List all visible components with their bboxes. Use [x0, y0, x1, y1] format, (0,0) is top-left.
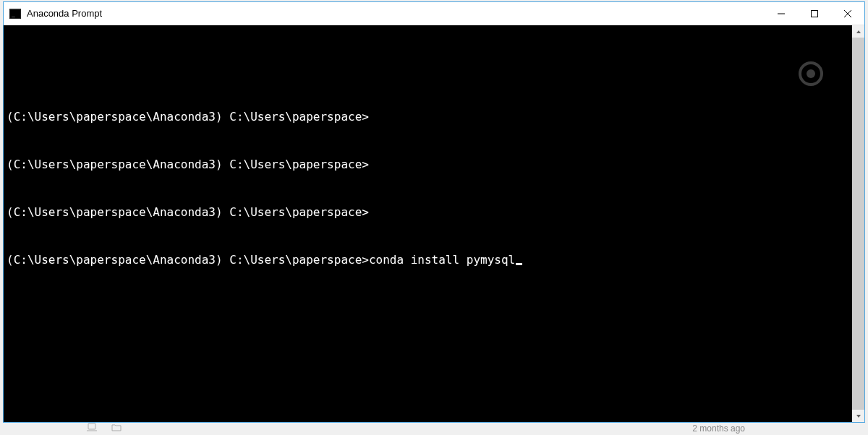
close-button[interactable] — [831, 2, 864, 25]
background-icons — [87, 423, 122, 434]
terminal-blank — [7, 57, 852, 77]
window-frame: _ Anaconda Prompt (C:\Users\paperspace\A… — [3, 1, 865, 423]
svg-marker-8 — [856, 415, 861, 418]
background-text: 2 months ago — [692, 423, 745, 434]
prompt-text: (C:\Users\paperspace\Anaconda3) C:\Users… — [7, 205, 369, 219]
prompt-text: (C:\Users\paperspace\Anaconda3) C:\Users… — [7, 253, 369, 267]
folder-icon — [111, 423, 122, 434]
vertical-scrollbar[interactable] — [852, 25, 864, 422]
terminal-line: (C:\Users\paperspace\Anaconda3) C:\Users… — [7, 157, 852, 173]
scroll-down-button[interactable] — [852, 410, 864, 422]
scroll-up-button[interactable] — [852, 25, 864, 38]
terminal-line: (C:\Users\paperspace\Anaconda3) C:\Users… — [7, 109, 852, 125]
scroll-thumb[interactable] — [852, 38, 864, 410]
svg-marker-7 — [856, 30, 861, 33]
prompt-text: (C:\Users\paperspace\Anaconda3) C:\Users… — [7, 158, 369, 171]
terminal-line: (C:\Users\paperspace\Anaconda3) C:\Users… — [7, 252, 852, 268]
client-area: (C:\Users\paperspace\Anaconda3) C:\Users… — [4, 25, 864, 422]
app-icon: _ — [9, 9, 21, 19]
titlebar[interactable]: _ Anaconda Prompt — [4, 2, 864, 25]
window-title: Anaconda Prompt — [27, 8, 765, 19]
prompt-text: (C:\Users\paperspace\Anaconda3) C:\Users… — [7, 110, 369, 124]
window-controls — [765, 2, 864, 25]
input-text: conda install pymysql — [369, 253, 515, 267]
svg-rect-4 — [812, 10, 818, 17]
maximize-button[interactable] — [798, 2, 831, 25]
terminal-line: (C:\Users\paperspace\Anaconda3) C:\Users… — [7, 204, 852, 220]
device-icon — [87, 423, 97, 434]
terminal[interactable]: (C:\Users\paperspace\Anaconda3) C:\Users… — [4, 25, 852, 422]
minimize-button[interactable] — [765, 2, 798, 25]
cursor-icon — [516, 263, 522, 265]
svg-rect-9 — [88, 423, 95, 429]
svg-text:_: _ — [12, 11, 15, 17]
scroll-track[interactable] — [852, 38, 864, 410]
